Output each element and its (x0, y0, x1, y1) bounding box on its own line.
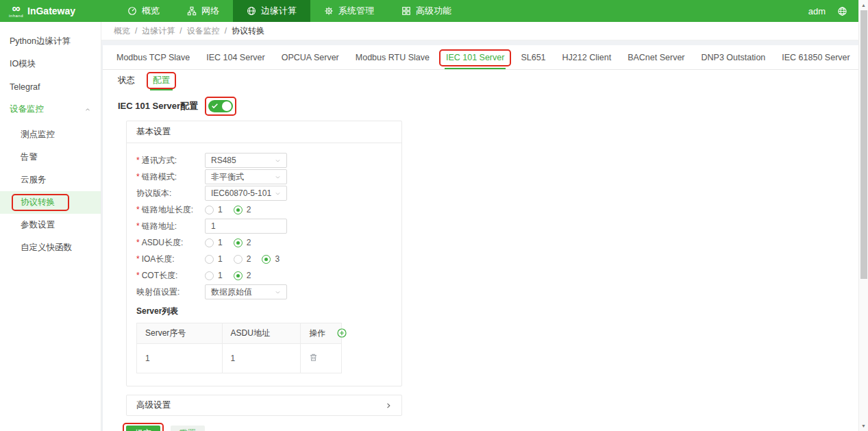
topnav-item[interactable]: 边缘计算 (233, 0, 310, 22)
topbar-right: adm (808, 0, 847, 22)
sidebar-item[interactable]: 参数设置 (0, 214, 101, 236)
field-label: *通讯方式: (136, 155, 205, 167)
select-field[interactable]: 数据原始值 (205, 284, 287, 299)
select-field[interactable]: RS485 (205, 153, 287, 168)
text-input[interactable]: 1 (205, 219, 287, 234)
submit-button[interactable]: 提交 (126, 426, 160, 431)
chevron-right-icon (385, 402, 392, 409)
content-card: Modbus TCP SlaveIEC 104 ServerOPCUA Serv… (103, 45, 858, 431)
field-label: *链路模式: (136, 171, 205, 183)
sub-tab[interactable]: 配置 (153, 70, 170, 90)
field-label-text: IOA长度: (142, 254, 175, 264)
required-asterisk: * (136, 254, 140, 264)
radio-option-label: 3 (275, 254, 280, 264)
protocol-tab[interactable]: OPCUA Server (273, 45, 347, 69)
topnav-item[interactable]: 高级功能 (388, 0, 465, 22)
topnav-item[interactable]: 系统管理 (310, 0, 388, 22)
breadcrumb-separator: / (225, 26, 227, 36)
sidebar-item[interactable]: IO模块 (0, 53, 101, 75)
breadcrumb-item[interactable]: 概览 (114, 25, 130, 37)
topnav-item-label: 网络 (201, 5, 219, 17)
form-row: *通讯方式:RS485 (136, 152, 392, 169)
protocol-tab[interactable]: DNP3 Outstation (693, 45, 774, 69)
sidebar-item[interactable]: Python边缘计算 (0, 30, 101, 53)
radio-option-label: 1 (218, 271, 223, 280)
sidebar-item[interactable]: 自定义快函数 (0, 236, 101, 259)
server-list-title: Server列表 (136, 306, 392, 317)
radio-option[interactable]: 2 (234, 254, 251, 264)
sidebar-item[interactable]: 测点监控 (0, 123, 101, 146)
advanced-settings-toggle[interactable]: 高级设置 (126, 395, 402, 416)
config-title-row: IEC 101 Server配置 (118, 100, 858, 112)
radio-option[interactable]: 2 (234, 205, 251, 214)
protocol-tab[interactable]: IEC 101 Server (438, 45, 512, 69)
sub-tab-label: 状态 (118, 75, 135, 86)
radio-option[interactable]: 1 (205, 254, 223, 264)
protocol-tab[interactable]: HJ212 Client (554, 45, 620, 69)
sub-tab[interactable]: 状态 (118, 70, 135, 90)
scrollbar-thumb[interactable] (860, 10, 867, 279)
radio-option[interactable]: 1 (205, 271, 223, 280)
field-label-text: ASDU长度: (142, 238, 184, 247)
radio-option[interactable]: 2 (234, 271, 251, 280)
sidebar-item-label: 云服务 (21, 174, 47, 186)
top-nav: 概览网络边缘计算系统管理高级功能 (114, 0, 465, 22)
vertical-scrollbar[interactable]: ▲ ▼ (858, 0, 868, 431)
server-no-cell: 1 (137, 344, 223, 373)
server-table: Server序号ASDU地址操作 11 (136, 323, 342, 373)
protocol-tab-label: BACnet Server (628, 53, 684, 62)
logo-brand: InGateway (27, 5, 75, 16)
required-asterisk: * (136, 205, 140, 214)
sidebar-item-label: 参数设置 (21, 219, 55, 231)
sidebar-item-label: 自定义快函数 (21, 242, 72, 254)
toggle-knob (222, 101, 232, 111)
form-row: *链路地址长度:12 (136, 201, 392, 218)
breadcrumb-item[interactable]: 设备监控 (187, 25, 220, 37)
protocol-tab[interactable]: Modbus TCP Slave (108, 45, 198, 69)
select-field[interactable]: 非平衡式 (205, 169, 287, 184)
select-field[interactable]: IEC60870-5-101 (205, 186, 287, 201)
sidebar-item-label: 协议转换 (21, 197, 55, 208)
radio-option[interactable]: 1 (205, 205, 223, 214)
config-title: IEC 101 Server配置 (118, 100, 198, 112)
protocol-tab-label: IEC 61850 Server (782, 53, 850, 62)
protocol-tab[interactable]: IEC 61850 Server (773, 45, 858, 69)
sidebar-group[interactable]: 设备监控 (0, 98, 101, 121)
plus-circle-icon[interactable] (337, 328, 347, 338)
sidebar-item[interactable]: 协议转换 (0, 191, 101, 214)
topnav-item[interactable]: 概览 (114, 0, 173, 22)
protocol-tab-label: Modbus TCP Slave (116, 53, 190, 62)
sidebar-group-label: 设备监控 (10, 103, 44, 115)
sidebar-item-label: Python边缘计算 (10, 36, 71, 47)
protocol-tab[interactable]: IEC 104 Server (198, 45, 273, 69)
field-label-text: 通讯方式: (142, 156, 177, 165)
reset-button[interactable]: 重置 (171, 426, 205, 431)
scrollbar-up-arrow[interactable]: ▲ (859, 0, 868, 10)
sidebar-item[interactable]: 告警 (0, 146, 101, 169)
sidebar-item[interactable]: Telegraf (0, 75, 101, 98)
radio-option-label: 2 (247, 238, 251, 247)
protocol-tab[interactable]: Modbus RTU Slave (347, 45, 438, 69)
breadcrumb-item[interactable]: 边缘计算 (142, 25, 175, 37)
scrollbar-down-arrow[interactable]: ▼ (859, 421, 868, 431)
protocol-tab[interactable]: BACnet Server (619, 45, 693, 69)
globe-icon[interactable] (837, 6, 847, 16)
radio-option[interactable]: 1 (205, 238, 223, 247)
server-table-column-header: 操作 (301, 323, 342, 344)
trash-icon[interactable] (309, 353, 318, 362)
form-row: *链路地址:1 (136, 218, 392, 234)
chevron-down-icon (275, 289, 281, 295)
check-icon (211, 102, 219, 110)
radio-option[interactable]: 2 (234, 238, 251, 247)
action-cell (301, 344, 342, 373)
sidebar-item[interactable]: 云服务 (0, 169, 101, 191)
radio-group: 123 (205, 254, 280, 264)
protocol-tab[interactable]: SL651 (512, 45, 554, 69)
edge-computing-icon (247, 6, 256, 16)
topnav-item[interactable]: 网络 (173, 0, 233, 22)
server-enable-toggle[interactable] (208, 100, 233, 112)
username-label[interactable]: adm (808, 6, 826, 16)
field-label: *ASDU长度: (136, 237, 205, 249)
radio-option[interactable]: 3 (262, 254, 280, 264)
field-label-text: 映射值设置: (136, 287, 179, 297)
